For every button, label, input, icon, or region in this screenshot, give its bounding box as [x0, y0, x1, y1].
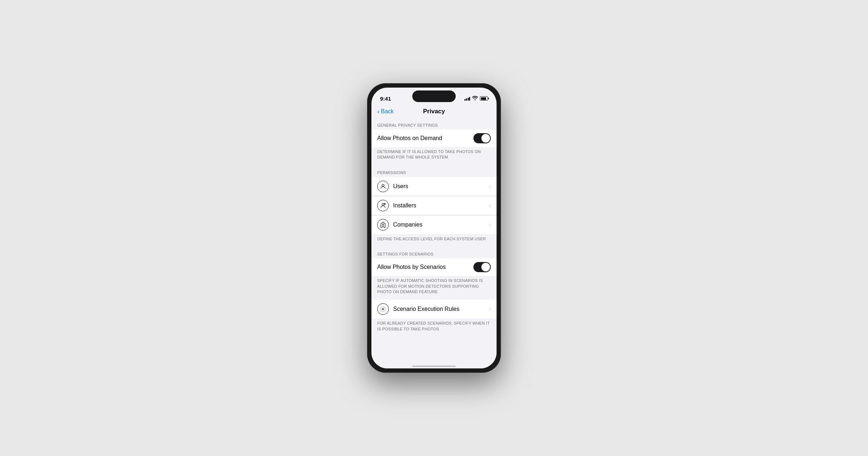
scenario-execution-label: Scenario Execution Rules: [393, 306, 486, 312]
list-item-scenario-execution[interactable]: Scenario Execution Rules ›: [371, 300, 497, 318]
list-item-companies[interactable]: Companies ›: [371, 215, 497, 234]
phone-screen: 9:41: [371, 88, 497, 368]
back-chevron-icon: ‹: [377, 108, 379, 115]
home-bar: [412, 366, 456, 367]
installers-icon: [377, 200, 389, 211]
status-time: 9:41: [380, 96, 391, 102]
section-header-permissions: PERMISSIONS: [371, 165, 497, 177]
svg-point-0: [382, 184, 384, 186]
list-group-permissions: Users › Installers ›: [371, 177, 497, 234]
back-label: Back: [381, 108, 394, 115]
list-item-users[interactable]: Users ›: [371, 177, 497, 196]
nav-title: Privacy: [423, 108, 445, 115]
list-group-general: Allow Photos on Demand: [371, 130, 497, 147]
toggle-knob-scenarios: [481, 263, 490, 271]
companies-icon: [377, 219, 389, 231]
section-footer-general: DETERMINE IF IT IS ALLOWED TO TAKE PHOTO…: [371, 147, 497, 165]
back-button[interactable]: ‹ Back: [377, 108, 394, 115]
users-label: Users: [393, 183, 486, 190]
installers-chevron-icon: ›: [489, 202, 491, 209]
dynamic-island: [412, 90, 456, 102]
users-chevron-icon: ›: [489, 183, 491, 190]
section-header-scenarios: SETTINGS FOR SCENARIOS: [371, 247, 497, 258]
list-item-allow-photos-demand[interactable]: Allow Photos on Demand: [371, 130, 497, 147]
allow-photos-scenarios-toggle[interactable]: [473, 262, 491, 272]
section-footer-scenarios: SPECIFY IF AUTOMATIC SHOOTING IN SCENARI…: [371, 276, 497, 300]
scenario-execution-icon: [377, 303, 389, 315]
users-icon: [377, 181, 389, 192]
list-group-scenarios: Allow Photos by Scenarios: [371, 258, 497, 276]
companies-chevron-icon: ›: [489, 221, 491, 228]
section-header-general: GENERAL PRIVACY SETTINGS: [371, 118, 497, 130]
allow-photos-demand-toggle[interactable]: [473, 133, 491, 143]
toggle-knob: [481, 134, 490, 143]
companies-label: Companies: [393, 221, 486, 228]
section-footer-permissions: DEFINE THE ACCESS LEVEL FOR EACH SYSTEM …: [371, 234, 497, 247]
installers-label: Installers: [393, 202, 486, 209]
phone-device: 9:41: [367, 83, 501, 373]
signal-icon: [464, 96, 471, 101]
battery-icon: [480, 96, 488, 101]
svg-point-6: [382, 308, 384, 310]
nav-bar: ‹ Back Privacy: [371, 106, 497, 118]
home-indicator: [371, 361, 497, 368]
allow-photos-scenarios-label: Allow Photos by Scenarios: [377, 264, 473, 270]
list-item-installers[interactable]: Installers ›: [371, 196, 497, 215]
scenario-execution-chevron-icon: ›: [489, 306, 491, 312]
list-item-allow-photos-scenarios[interactable]: Allow Photos by Scenarios: [371, 258, 497, 276]
wifi-icon: [472, 96, 478, 101]
list-group-scenario-rules: Scenario Execution Rules ›: [371, 300, 497, 318]
svg-point-5: [382, 224, 384, 225]
section-footer-scenario-rules: FOR ALREADY CREATED SCENARIOS, SPECIFY W…: [371, 318, 497, 337]
status-icons: [464, 96, 488, 101]
allow-photos-demand-label: Allow Photos on Demand: [377, 135, 473, 142]
scroll-content[interactable]: GENERAL PRIVACY SETTINGS Allow Photos on…: [371, 118, 497, 361]
